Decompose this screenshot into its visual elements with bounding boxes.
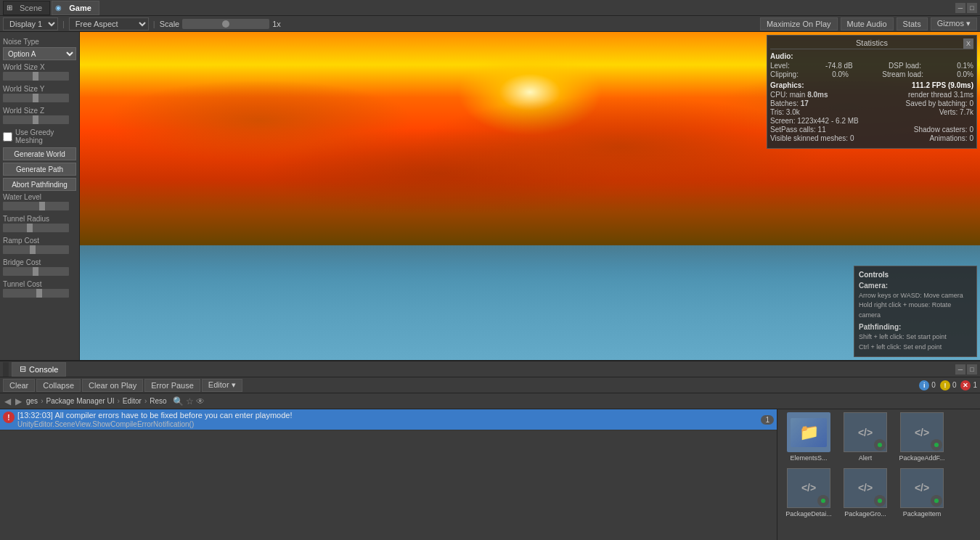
breadcrumb-item-3[interactable]: Reso [150, 397, 166, 405]
tab-game[interactable]: Game [65, 4, 96, 12]
stats-screen-row: Screen: 1223x442 - 6.2 MB [770, 117, 973, 125]
info-icon: i [919, 380, 929, 390]
world-size-x-label: World Size X [3, 63, 76, 71]
message-error-icon: ! [3, 412, 15, 423]
stats-btn[interactable]: Stats [897, 17, 928, 30]
asset-item-packageaddf[interactable]: </> PackageAddF... [897, 412, 947, 462]
console-message-0[interactable]: ! [13:32:03] All compiler errors have to… [0, 409, 777, 430]
stats-clipping-row: Clipping: 0.0% Stream load: 0.0% [770, 70, 973, 78]
gizmos-btn[interactable]: Gizmos ▾ [931, 17, 977, 30]
breadcrumb-icons: 🔍 ☆ 👁 [173, 396, 205, 406]
scale-container: Scale 1x [160, 19, 281, 29]
display-select[interactable]: Display 1 [3, 17, 58, 30]
breadcrumb-item-0[interactable]: ges [26, 397, 38, 405]
noise-type-label: Noise Type [3, 38, 76, 46]
nav-forward-btn[interactable]: ▶ [14, 396, 23, 406]
noise-type-select[interactable]: Option A [3, 47, 76, 60]
bottom-area: ⊟ Console ─ □ Clear Collapse Clear on Pl… [0, 360, 980, 540]
asset-packagedetai-badge[interactable] [817, 495, 829, 507]
asset-label-packageaddf: PackageAddF... [899, 454, 944, 462]
asset-alert-dot [878, 443, 882, 447]
scale-label: Scale [160, 20, 180, 28]
abort-pathfinding-btn[interactable]: Abort Pathfinding [3, 178, 76, 191]
breadcrumb-item-1[interactable]: Package Manager UI [46, 397, 114, 405]
saved-label: Saved by batching: 0 [906, 99, 973, 107]
world-size-z-slider[interactable] [3, 115, 69, 124]
generate-path-btn[interactable]: Generate Path [3, 163, 76, 176]
minimize-btn[interactable]: ─ [955, 3, 965, 13]
nav-back-btn[interactable]: ◀ [3, 396, 12, 406]
star-icon-btn[interactable]: ☆ [186, 396, 194, 406]
stats-batches-row: Batches: 17 Saved by batching: 0 [770, 99, 973, 107]
console-tab-icon: ⊟ [20, 364, 26, 374]
world-size-y-slider[interactable] [3, 94, 69, 102]
breadcrumb-item-2[interactable]: Editor [123, 397, 142, 405]
stats-panel: Statistics X Audio: Level: -74.8 dB DSP … [767, 35, 977, 149]
bridge-cost-label: Bridge Cost [3, 258, 76, 266]
tunnel-cost-container: Tunnel Cost [3, 280, 76, 299]
level-label: Level: [770, 62, 790, 70]
ramp-cost-slider[interactable] [3, 245, 69, 254]
stats-graphics-section: Graphics: 111.2 FPS (9.0ms) CPU: main 8.… [770, 81, 973, 142]
asset-item-packagegro[interactable]: </> PackageGro... [840, 468, 891, 518]
editor-btn[interactable]: Editor ▾ [202, 379, 242, 392]
window-controls: ─ □ [954, 3, 980, 13]
stats-visible-row: Visible skinned meshes: 0 Animations: 0 [770, 134, 973, 142]
clipping-label: Clipping: [770, 70, 799, 78]
asset-packageitem-dot [934, 499, 939, 503]
message-sub: UnityEditor.SceneView.ShowCompileErrorNo… [17, 420, 761, 428]
use-greedy-checkbox[interactable] [3, 132, 12, 142]
asset-label-alert: Alert [859, 454, 873, 462]
collapse-btn[interactable]: Collapse [36, 379, 81, 392]
console-maximize-btn[interactable]: □ [967, 364, 977, 375]
warn-counter: ! 0 [940, 380, 957, 390]
water-level-slider[interactable] [3, 202, 69, 210]
scale-slider[interactable] [182, 19, 269, 29]
bridge-cost-slider[interactable] [3, 267, 69, 276]
asset-packageaddf-badge[interactable] [931, 439, 942, 451]
warn-icon: ! [940, 380, 950, 390]
tunnel-cost-slider[interactable] [3, 289, 69, 298]
console-tab[interactable]: ⊟ Console [12, 362, 66, 377]
console-tab-label: Console [29, 365, 58, 374]
clear-btn[interactable]: Clear [3, 379, 35, 392]
maximize-on-play-btn[interactable]: Maximize On Play [760, 17, 838, 30]
maximize-btn[interactable]: □ [967, 3, 977, 13]
assets-grid: 📁 ElementsS... </> Alert [777, 409, 980, 521]
stats-close-btn[interactable]: X [963, 38, 973, 49]
asset-packagegro-badge[interactable] [874, 495, 886, 507]
tunnel-radius-slider[interactable] [3, 224, 69, 232]
stats-setpass-row: SetPass calls: 11 Shadow casters: 0 [770, 126, 973, 134]
aspect-select[interactable]: Free Aspect [69, 17, 149, 30]
world-size-x-slider[interactable] [3, 72, 69, 81]
asset-item-packagedetai[interactable]: </> PackageDetai... [783, 468, 834, 518]
error-pause-btn[interactable]: Error Pause [144, 379, 200, 392]
stats-title: Statistics [770, 38, 973, 49]
asset-alert-badge[interactable] [874, 439, 886, 451]
asset-packageitem-badge[interactable] [931, 495, 942, 507]
tab-scene[interactable]: Scene [15, 4, 46, 12]
controls-path-text2: Ctrl + left click: Set end point [859, 343, 972, 353]
search-icon-btn[interactable]: 🔍 [173, 396, 184, 406]
generate-world-btn[interactable]: Generate World [3, 147, 76, 160]
asset-item-alert[interactable]: </> Alert [840, 412, 891, 462]
world-size-x-container: World Size X [3, 63, 76, 82]
clear-on-play-btn[interactable]: Clear on Play [82, 379, 143, 392]
controls-title: Controls [859, 271, 972, 279]
asset-item-packageitem[interactable]: </> PackageItem [897, 468, 947, 518]
mute-audio-btn[interactable]: Mute Audio [841, 17, 894, 30]
stats-fps: 111.2 FPS (9.0ms) [912, 81, 973, 91]
breadcrumb-sep-1: › [117, 397, 119, 405]
asset-item-folder[interactable]: 📁 ElementsS... [783, 412, 834, 462]
console-minimize-btn[interactable]: ─ [955, 364, 965, 375]
warn-count: 0 [952, 381, 957, 389]
water-level-label: Water Level [3, 193, 76, 201]
tunnel-cost-label: Tunnel Cost [3, 280, 76, 288]
controls-path-text1: Shift + left click: Set start point [859, 332, 972, 343]
use-greedy-label: Use Greedy Meshing [15, 128, 76, 144]
ramp-cost-container: Ramp Cost [3, 237, 76, 255]
info-counter: i 0 [919, 380, 936, 390]
eye-icon-btn[interactable]: 👁 [196, 396, 205, 406]
asset-packageitem-icon: </> [900, 468, 944, 508]
asset-packagedetai-dot [821, 499, 825, 503]
